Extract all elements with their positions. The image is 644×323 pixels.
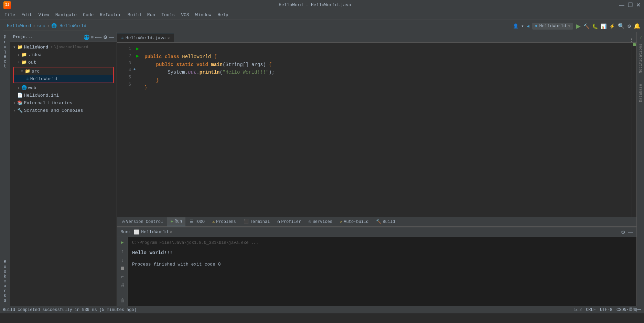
breadcrumb-src[interactable]: src (37, 23, 45, 29)
menu-file[interactable]: File (2, 12, 18, 18)
run-settings-button[interactable]: ⚙ (621, 229, 625, 235)
project-scroll-button[interactable]: ≡ (91, 34, 94, 40)
menu-build[interactable]: Build (125, 12, 144, 18)
tree-src-name: src (32, 69, 40, 74)
back-icon[interactable]: ◀ (527, 23, 529, 29)
project-icon[interactable]: Project (3, 34, 7, 70)
menu-refactor[interactable]: Refactor (97, 12, 124, 18)
cursor-position[interactable]: 5:2 (575, 308, 582, 312)
statusbar-right: 5:2 CRLF UTF-8 CSDN·星期一 (575, 307, 641, 313)
run-print-icon[interactable]: 🖨 (119, 282, 126, 289)
run-clear-icon[interactable]: 🗑 (119, 297, 126, 304)
bookmarks-icon[interactable]: Bookmarks (3, 259, 7, 304)
tree-root-path: D:\java\HelloWord (50, 45, 88, 49)
menu-navigate[interactable]: Navigate (53, 12, 79, 18)
tree-idea[interactable]: › 📁 .idea (10, 51, 117, 58)
update-icon[interactable]: 🔔 (634, 23, 641, 30)
run-header-right: ⚙ — (621, 229, 633, 235)
run-play-icon[interactable]: ▶ (120, 239, 124, 246)
run-tab-close[interactable]: ✕ (170, 230, 172, 234)
run-button[interactable]: ▶ (576, 22, 581, 30)
tab-build[interactable]: 🔨 Build (373, 217, 398, 226)
tab-version-control[interactable]: ◎ Version Control (119, 217, 167, 226)
run-wrap-icon[interactable]: ⇌ (120, 273, 124, 280)
minimize-button[interactable]: — (619, 2, 624, 8)
src-group-highlighted: ▾ 📁 src ☕ HelloWorld (13, 67, 114, 83)
encoding[interactable]: UTF-8 (600, 308, 612, 312)
tab-profiler[interactable]: ◑ Profiler (274, 217, 304, 226)
tab-close-button[interactable]: ✕ (168, 36, 170, 40)
code-content[interactable]: public class HelloWorld { public static … (141, 43, 632, 217)
project-minimize-button[interactable]: — (109, 34, 114, 40)
line-num-6: 6 (117, 81, 131, 88)
menu-window[interactable]: Window (193, 12, 214, 18)
run-scroll-up-icon[interactable]: ↑ (120, 248, 124, 255)
run-config-name: HelloWorld (539, 23, 566, 29)
tree-helloworld-file[interactable]: ☕ HelloWorld (14, 75, 113, 83)
run-config-selector[interactable]: ● HelloWorld ▾ (532, 23, 573, 30)
tree-out-name: out (28, 60, 36, 65)
menu-vcs[interactable]: VCS (178, 12, 192, 18)
build-label: Build (383, 219, 395, 224)
run-tab-helloworld[interactable]: ⬜ HelloWorld ✕ (134, 229, 172, 235)
breadcrumb-helloword[interactable]: HelloWord (7, 23, 31, 29)
left-sidebar-strip: Project Bookmarks (0, 32, 10, 306)
terminal-icon: ⬛ (244, 219, 249, 224)
tree-chevron-idea: › (17, 52, 20, 57)
gutter-collapse-4[interactable]: — (134, 74, 141, 82)
tree-iml-file[interactable]: 📄 HelloWord.iml (10, 91, 117, 99)
search-everywhere-icon[interactable]: 🔍 (618, 23, 625, 30)
settings-icon[interactable]: ⚙ (627, 23, 631, 30)
maximize-button[interactable]: ❐ (628, 2, 633, 8)
tab-terminal[interactable]: ⬛ Terminal (240, 217, 273, 226)
tree-root-helloword[interactable]: ▾ 📁 HelloWord D:\java\HelloWord (10, 43, 117, 51)
menu-help[interactable]: Help (215, 12, 231, 18)
editor-tabs: ☕ HelloWorld.java ✕ ⋮ (117, 32, 636, 43)
run-minimize-button[interactable]: — (628, 229, 633, 235)
project-collapse-button[interactable]: ⟵ (95, 34, 102, 40)
extlibs-icon: 📚 (17, 100, 23, 106)
tab-helloworld[interactable]: ☕ HelloWorld.java ✕ (117, 33, 174, 42)
tab-problems[interactable]: ⚠ Problems (209, 217, 239, 226)
build-button[interactable]: 🔨 (583, 23, 589, 29)
tree-out[interactable]: › 📁 out (10, 58, 117, 66)
database-label[interactable]: Database (638, 83, 643, 103)
tree-src[interactable]: ▾ 📁 src (14, 67, 113, 75)
recent-files-button[interactable]: ⋮ (626, 37, 636, 42)
run-config-dropdown[interactable]: ▾ (568, 23, 571, 29)
run-stop-icon[interactable] (121, 267, 124, 270)
run-panel: Run: ⬜ HelloWorld ✕ ⚙ — ▶ ↑ ↓ (117, 227, 636, 306)
gutter-run-2[interactable]: ▶ (134, 53, 141, 60)
run-scroll-down-icon[interactable]: ↓ (120, 257, 124, 264)
close-button[interactable]: ✕ (636, 2, 641, 8)
gutter-run-2-icon[interactable]: ▶ (136, 52, 139, 60)
code-editor[interactable]: 1 2 3 4 5 6 ▶ ▶ ◆ — (117, 43, 636, 217)
menu-edit[interactable]: Edit (19, 12, 35, 18)
breadcrumb-helloworld[interactable]: 🌐 HelloWorld (51, 23, 86, 29)
menu-view[interactable]: View (35, 12, 52, 18)
tree-scratches[interactable]: › 🔧 Scratches and Consoles (10, 107, 117, 114)
account-icon[interactable]: 👤 ▾ (513, 23, 524, 29)
tree-external-libs[interactable]: › 📚 External Libraries (10, 99, 117, 107)
profile-button[interactable]: ⚡ (609, 23, 615, 29)
run-header-left: Run: ⬜ HelloWorld ✕ (120, 229, 172, 235)
console-exit-message: Process finished with exit code 0 (132, 261, 632, 268)
menu-code[interactable]: Code (80, 12, 96, 18)
project-scope-button[interactable]: 🌐 (84, 34, 89, 40)
tree-web[interactable]: › 🌐 web (10, 84, 117, 91)
gutter: ▶ ▶ ◆ — (134, 43, 141, 217)
menu-run[interactable]: Run (144, 12, 158, 18)
notifications-label[interactable]: Notifications (638, 43, 643, 74)
tab-run[interactable]: ▶ Run (167, 217, 185, 226)
line-separator[interactable]: CRLF (586, 308, 596, 312)
menu-tools[interactable]: Tools (159, 12, 178, 18)
editor-right-strip (632, 43, 636, 217)
tab-autobuild[interactable]: △ Auto-build (336, 217, 372, 226)
project-settings-button[interactable]: ⚙ (103, 34, 108, 40)
tab-services[interactable]: ◎ Services (305, 217, 336, 226)
gutter-run-1[interactable]: ▶ (134, 45, 141, 53)
tree-chevron-out: › (17, 60, 20, 65)
debug-button[interactable]: 🐛 (592, 23, 598, 29)
tab-todo[interactable]: ☰ TODO (186, 217, 208, 226)
coverage-button[interactable]: 📊 (601, 23, 607, 29)
